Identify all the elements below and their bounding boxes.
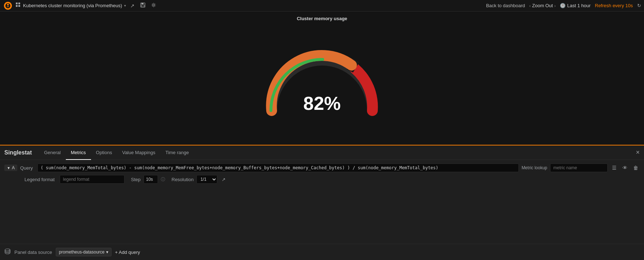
bottom-bar: Panel data source prometheus-datasource … bbox=[0, 244, 644, 260]
editor-label: Singlestat bbox=[4, 149, 32, 156]
step-label: Step bbox=[131, 177, 141, 182]
format-series-icon[interactable]: ↗ bbox=[222, 177, 226, 182]
nav-title: Kubernetes cluster monitoring (via Prome… bbox=[16, 3, 126, 9]
datasource-select[interactable]: prometheus-datasource ▾ bbox=[56, 248, 112, 256]
gauge-value: 82% bbox=[303, 93, 341, 114]
refresh-label[interactable]: Refresh every 10s bbox=[595, 3, 633, 8]
step-input[interactable] bbox=[144, 175, 158, 184]
grid-icon bbox=[16, 3, 21, 9]
svg-rect-9 bbox=[141, 5, 144, 7]
gauge-wrapper: 82% bbox=[261, 39, 383, 121]
add-query-label: + Add query bbox=[115, 250, 140, 255]
back-dashboard-link[interactable]: Back to dashboard bbox=[486, 3, 525, 8]
svg-rect-3 bbox=[16, 3, 18, 4]
tab-options[interactable]: Options bbox=[91, 145, 117, 160]
zoom-controls: ‹ Zoom Out › bbox=[529, 3, 555, 8]
query-row: ▼ A Query Metric lookup ☰ 👁 🗑 bbox=[4, 163, 640, 172]
query-menu-button[interactable]: ☰ bbox=[611, 164, 618, 171]
svg-rect-4 bbox=[18, 3, 20, 4]
panel-area: Cluster memory usage 82% bbox=[0, 12, 644, 145]
time-range-label[interactable]: Last 1 hour bbox=[567, 3, 590, 8]
tab-time-range[interactable]: Time range bbox=[160, 145, 194, 160]
settings-button[interactable] bbox=[150, 2, 158, 9]
svg-rect-8 bbox=[141, 3, 144, 4]
legend-format-input[interactable] bbox=[60, 175, 124, 184]
topnav: Kubernetes cluster monitoring (via Prome… bbox=[0, 0, 644, 12]
time-range-display: 🕐 Last 1 hour bbox=[560, 3, 590, 8]
refresh-icon[interactable]: ↻ bbox=[637, 3, 641, 8]
zoom-next-icon[interactable]: › bbox=[554, 4, 556, 8]
svg-point-2 bbox=[7, 4, 9, 5]
edit-panel: Singlestat General Metrics Options Value… bbox=[0, 145, 644, 260]
gauge-container: 82% bbox=[0, 15, 644, 145]
query-eye-button[interactable]: 👁 bbox=[621, 164, 629, 171]
save-button[interactable] bbox=[139, 2, 147, 9]
query-letter-label: A bbox=[12, 165, 15, 170]
svg-rect-5 bbox=[16, 5, 18, 7]
query-label: Query bbox=[20, 165, 35, 171]
nav-right: Back to dashboard ‹ Zoom Out › 🕐 Last 1 … bbox=[486, 3, 641, 8]
clock-icon: 🕐 bbox=[560, 3, 566, 8]
datasource-dropdown-icon: ▾ bbox=[106, 250, 108, 255]
grafana-logo[interactable] bbox=[3, 1, 13, 11]
query-delete-button[interactable]: 🗑 bbox=[632, 164, 640, 171]
expand-arrow-icon: ▼ bbox=[7, 166, 10, 170]
tab-value-mappings[interactable]: Value Mappings bbox=[117, 145, 160, 160]
step-info-icon: ⓘ bbox=[161, 176, 165, 183]
dashboard-title: Kubernetes cluster monitoring (via Prome… bbox=[23, 3, 122, 8]
close-button[interactable]: × bbox=[636, 149, 640, 156]
tab-metrics[interactable]: Metrics bbox=[66, 145, 91, 160]
zoom-prev-icon[interactable]: ‹ bbox=[529, 4, 531, 8]
resolution-select[interactable]: 1/1 1/2 1/3 1/4 1/5 1/10 bbox=[196, 175, 217, 184]
svg-point-11 bbox=[5, 249, 10, 251]
share-button[interactable]: ↗ bbox=[129, 2, 136, 9]
edit-panel-header: Singlestat General Metrics Options Value… bbox=[0, 145, 644, 160]
svg-point-10 bbox=[153, 4, 155, 6]
datasource-label: Panel data source bbox=[14, 250, 52, 255]
legend-row: Legend format Step ⓘ Resolution 1/1 1/2 … bbox=[24, 175, 640, 184]
metric-lookup-label: Metric lookup bbox=[522, 165, 547, 170]
svg-rect-6 bbox=[18, 5, 20, 7]
add-query-button[interactable]: + Add query bbox=[115, 250, 140, 255]
legend-format-label: Legend format bbox=[24, 177, 57, 182]
query-section: ▼ A Query Metric lookup ☰ 👁 🗑 Legend for… bbox=[0, 160, 644, 244]
datasource-value: prometheus-datasource bbox=[59, 250, 105, 255]
resolution-label: Resolution bbox=[172, 177, 194, 182]
title-dropdown-icon[interactable]: ▾ bbox=[124, 4, 126, 8]
tab-general[interactable]: General bbox=[39, 145, 65, 160]
panel-title: Cluster memory usage bbox=[297, 16, 347, 21]
zoom-out-label[interactable]: Zoom Out bbox=[532, 3, 553, 8]
query-input[interactable] bbox=[37, 163, 519, 172]
metric-name-input[interactable] bbox=[550, 163, 608, 172]
query-expand-toggle[interactable]: ▼ A bbox=[4, 165, 17, 171]
database-icon bbox=[4, 248, 11, 256]
